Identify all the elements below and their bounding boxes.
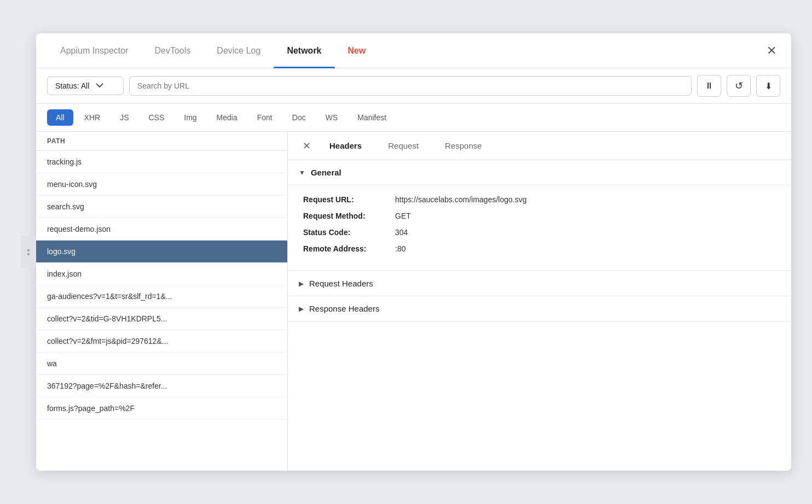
filter-ws[interactable]: WS bbox=[317, 109, 347, 126]
info-row: Request URL:https://saucelabs.com/images… bbox=[303, 195, 776, 204]
right-panel: ✕ HeadersRequestResponse ▼ General Reque… bbox=[288, 132, 791, 471]
response-headers-section: ▶ Response Headers bbox=[288, 296, 791, 321]
info-label: Request URL: bbox=[303, 195, 391, 204]
info-label: Request Method: bbox=[303, 212, 391, 220]
filter-doc[interactable]: Doc bbox=[283, 109, 315, 126]
path-row[interactable]: collect?v=2&fmt=js&pid=297612&... bbox=[36, 330, 287, 353]
request-headers-section: ▶ Request Headers bbox=[288, 271, 791, 296]
request-headers-arrow-icon: ▶ bbox=[299, 280, 304, 288]
general-section-header[interactable]: ▼ General bbox=[288, 160, 791, 185]
path-row[interactable]: menu-icon.svg bbox=[36, 173, 287, 196]
detail-tab-request[interactable]: Request bbox=[377, 132, 430, 160]
path-row[interactable]: search.svg bbox=[36, 196, 287, 218]
response-headers-toggle[interactable]: ▶ Response Headers bbox=[288, 296, 791, 321]
filter-css[interactable]: CSS bbox=[140, 109, 173, 126]
filter-all[interactable]: All bbox=[47, 109, 73, 126]
path-header: PATH bbox=[36, 132, 287, 151]
path-row[interactable]: index.json bbox=[36, 263, 287, 285]
info-row: Request Method:GET bbox=[303, 212, 776, 220]
tab-network[interactable]: Network bbox=[274, 33, 334, 68]
general-section: Request URL:https://saucelabs.com/images… bbox=[288, 185, 791, 271]
path-row[interactable]: ga-audiences?v=1&t=sr&slf_rd=1&... bbox=[36, 285, 287, 308]
detail-tab-headers[interactable]: Headers bbox=[318, 132, 373, 160]
status-dropdown[interactable]: Status: All bbox=[47, 77, 124, 95]
detail-tab-bar: ✕ HeadersRequestResponse bbox=[288, 132, 791, 160]
download-icon: ⬇ bbox=[765, 81, 772, 91]
info-value: https://saucelabs.com/images/logo.svg bbox=[395, 195, 526, 204]
pause-icon: ⏸ bbox=[705, 81, 714, 91]
filter-media[interactable]: Media bbox=[208, 109, 246, 126]
path-row[interactable]: 367192?page=%2F&hash=&refer... bbox=[36, 375, 287, 397]
sidebar-toggle[interactable] bbox=[21, 236, 36, 268]
toolbar: Status: All ⏸ ↺ ⬇ bbox=[36, 68, 791, 104]
filter-manifest[interactable]: Manifest bbox=[349, 109, 395, 126]
info-value: :80 bbox=[395, 244, 405, 253]
info-value: 304 bbox=[395, 228, 408, 237]
info-row: Status Code:304 bbox=[303, 228, 776, 237]
filter-bar: AllXHRJSCSSImgMediaFontDocWSManifest bbox=[36, 104, 791, 132]
pause-button[interactable]: ⏸ bbox=[697, 75, 721, 97]
filter-img[interactable]: Img bbox=[175, 109, 205, 126]
general-arrow-icon: ▼ bbox=[299, 169, 305, 177]
path-row[interactable]: logo.svg bbox=[36, 241, 287, 263]
request-headers-toggle[interactable]: ▶ Request Headers bbox=[288, 271, 791, 296]
search-input[interactable] bbox=[129, 76, 692, 96]
detail-tab-response[interactable]: Response bbox=[434, 132, 493, 160]
response-headers-arrow-icon: ▶ bbox=[299, 305, 304, 313]
tab-devtools[interactable]: DevTools bbox=[142, 33, 204, 68]
filter-js[interactable]: JS bbox=[111, 109, 137, 126]
info-row: Remote Address::80 bbox=[303, 244, 776, 253]
path-list: tracking.jsmenu-icon.svgsearch.svgreques… bbox=[36, 151, 287, 471]
detail-close-button[interactable]: ✕ bbox=[299, 138, 314, 154]
info-label: Remote Address: bbox=[303, 244, 391, 253]
path-row[interactable]: wa bbox=[36, 353, 287, 375]
path-row[interactable]: forms.js?page_path=%2F bbox=[36, 397, 287, 420]
detail-content: ▼ General Request URL:https://saucelabs.… bbox=[288, 160, 791, 471]
tab-new[interactable]: New bbox=[335, 33, 379, 68]
close-button[interactable]: ✕ bbox=[763, 42, 780, 60]
info-label: Status Code: bbox=[303, 228, 391, 237]
refresh-icon: ↺ bbox=[735, 80, 743, 92]
refresh-button[interactable]: ↺ bbox=[727, 75, 751, 97]
download-button[interactable]: ⬇ bbox=[756, 75, 780, 97]
tab-devicelog[interactable]: Device Log bbox=[204, 33, 274, 68]
info-value: GET bbox=[395, 212, 411, 220]
left-panel: PATH tracking.jsmenu-icon.svgsearch.svgr… bbox=[36, 132, 288, 471]
chevron-down-icon bbox=[96, 83, 103, 89]
filter-font[interactable]: Font bbox=[248, 109, 281, 126]
path-row[interactable]: tracking.js bbox=[36, 151, 287, 173]
main-content: PATH tracking.jsmenu-icon.svgsearch.svgr… bbox=[36, 132, 791, 471]
tab-appium[interactable]: Appium Inspector bbox=[47, 33, 142, 68]
tab-bar: Appium Inspector DevTools Device Log Net… bbox=[36, 33, 791, 68]
path-row[interactable]: collect?v=2&tid=G-8VH1KDRPL5... bbox=[36, 308, 287, 330]
path-row[interactable]: request-demo.json bbox=[36, 218, 287, 241]
filter-xhr[interactable]: XHR bbox=[76, 109, 109, 126]
